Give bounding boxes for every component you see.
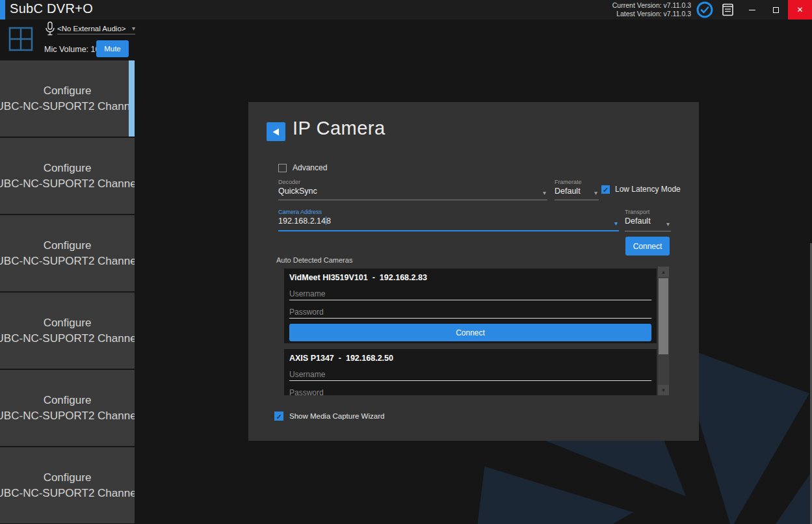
version-info: Current Version: v7.11.0.3 Latest Versio… <box>612 1 691 18</box>
camera-list-scrollbar[interactable]: ▲ ▼ <box>658 267 669 395</box>
sidebar-item-channel-2[interactable]: Configure UBC-NC-SUPORT2 Channel <box>0 138 135 214</box>
decoder-select[interactable]: Decoder QuickSync ▾ <box>278 179 547 200</box>
close-button[interactable]: ✕ <box>788 0 812 20</box>
chevron-down-icon: ▾ <box>666 220 670 228</box>
password-input[interactable] <box>289 386 651 395</box>
framerate-select[interactable]: Framerate Default ▾ <box>555 179 599 200</box>
ip-camera-dialog: IP Camera Advanced Decoder QuickSync ▾ F… <box>248 102 699 441</box>
chevron-down-icon: ▾ <box>614 220 618 227</box>
advanced-label: Advanced <box>293 163 327 172</box>
title-bar: SubC DVR+O Current Version: v7.11.0.3 La… <box>0 0 812 20</box>
transport-select[interactable]: Transport Default ▾ <box>625 209 671 231</box>
camera-title: VidMeet HI3519V101-192.168.2.83 <box>289 269 651 282</box>
microphone-icon <box>45 21 55 36</box>
camera-title: AXIS P1347-192.168.2.50 <box>289 349 651 363</box>
chevron-down-icon: ▾ <box>132 25 135 32</box>
show-media-capture-wizard-checkbox[interactable]: ✓ <box>274 412 283 421</box>
channel-list: Configure UBC-NC-SUPORT2 Channel Configu… <box>0 60 135 524</box>
mute-button[interactable]: Mute <box>96 40 129 57</box>
release-notes-icon[interactable] <box>720 3 735 16</box>
back-arrow-icon <box>272 128 280 136</box>
scroll-down-icon: ▼ <box>661 387 666 393</box>
camera-list-item: AXIS P1347-192.168.2.50 <box>284 349 657 395</box>
maximize-icon <box>773 7 779 13</box>
username-input[interactable] <box>289 287 651 300</box>
low-latency-checkbox[interactable]: ✓ <box>601 185 610 194</box>
app-window: SubC DVR+O Current Version: v7.11.0.3 La… <box>0 0 812 524</box>
show-media-capture-wizard-label: Show Media Capture Wizard <box>289 412 384 420</box>
camera-address-value: 192.168.2.148 <box>278 216 619 226</box>
camera-address-label: Camera Address <box>278 209 619 215</box>
close-icon: ✕ <box>796 5 803 14</box>
framerate-label: Framerate <box>555 179 599 185</box>
auto-detected-camera-list: VidMeet HI3519V101-192.168.2.83 Connect … <box>284 267 657 395</box>
auto-detected-cameras-label: Auto Detected Cameras <box>276 256 352 264</box>
sidebar-scrollbar-thumb[interactable] <box>129 60 135 137</box>
sidebar-item-channel-3[interactable]: Configure UBC-NC-SUPORT2 Channel <box>0 215 135 291</box>
titlebar-accent-strip <box>0 0 5 20</box>
back-button[interactable] <box>267 122 285 141</box>
decoder-value: QuickSync <box>278 187 547 196</box>
current-version-label: Current Version: v7.11.0.3 <box>612 1 691 10</box>
transport-label: Transport <box>625 209 671 215</box>
username-input[interactable] <box>289 368 651 381</box>
connect-button[interactable]: Connect <box>625 237 670 255</box>
low-latency-label: Low Latency Mode <box>615 185 681 194</box>
scroll-down-button[interactable]: ▼ <box>658 385 669 395</box>
decoder-label: Decoder <box>278 179 547 185</box>
scroll-up-icon: ▲ <box>661 269 666 275</box>
camera-connect-button[interactable]: Connect <box>289 324 651 341</box>
sidebar-item-channel-1[interactable]: Configure UBC-NC-SUPORT2 Channel <box>0 60 135 137</box>
mic-volume-label: Mic Volume: 10 <box>44 45 99 54</box>
app-title: SubC DVR+O <box>10 1 93 16</box>
update-status-check-icon <box>696 1 713 18</box>
chevron-down-icon: ▾ <box>594 189 597 196</box>
audio-source-value: <No External Audio> <box>57 25 126 33</box>
minimize-button[interactable] <box>741 0 763 20</box>
scroll-up-button[interactable]: ▲ <box>658 267 669 277</box>
password-input[interactable] <box>289 306 651 319</box>
maximize-button[interactable] <box>765 0 787 20</box>
transport-value: Default <box>625 216 671 226</box>
minimize-icon <box>749 10 755 10</box>
sidebar-item-channel-6[interactable]: Configure UBC-NC-SUPORT2 Channel <box>0 447 135 523</box>
latest-version-label: Latest Version: v7.11.0.3 <box>612 10 691 18</box>
chevron-down-icon: ▾ <box>543 189 546 196</box>
dialog-title: IP Camera <box>293 118 386 139</box>
camera-list-item: VidMeet HI3519V101-192.168.2.83 Connect <box>284 269 657 343</box>
sidebar-item-channel-4[interactable]: Configure UBC-NC-SUPORT2 Channel <box>0 293 135 369</box>
scrollbar-thumb[interactable] <box>659 278 668 354</box>
quad-view-layout-button[interactable] <box>8 27 33 51</box>
audio-source-select[interactable]: <No External Audio> ▾ <box>57 23 135 34</box>
framerate-value: Default <box>555 187 599 196</box>
advanced-checkbox[interactable] <box>278 164 287 172</box>
camera-address-input[interactable]: Camera Address 192.168.2.148 ▾ <box>278 209 619 231</box>
sidebar-item-channel-5[interactable]: Configure UBC-NC-SUPORT2 Channel <box>0 370 135 446</box>
